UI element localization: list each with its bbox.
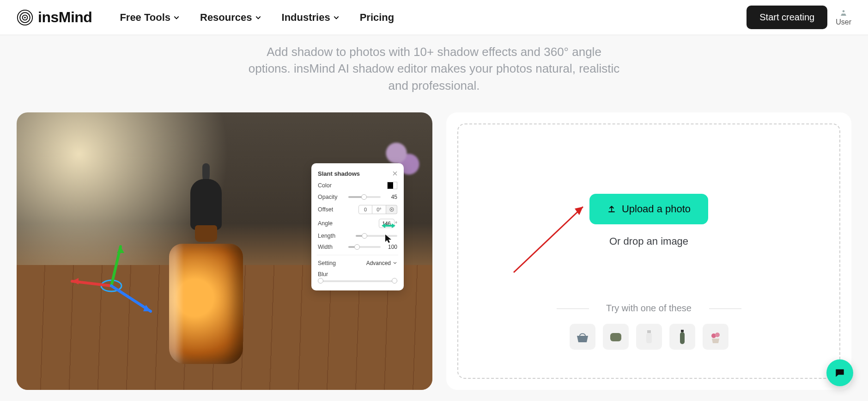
angle-unit: ° (395, 221, 397, 226)
svg-rect-18 (646, 333, 652, 343)
opacity-slider[interactable] (348, 196, 381, 198)
chevron-down-icon (393, 261, 397, 265)
upload-button-label: Upload a photo (622, 203, 691, 215)
nav-pricing-label: Pricing (360, 12, 395, 24)
nav-resources[interactable]: Resources (200, 12, 261, 24)
label-blur: Blur (318, 271, 328, 278)
nav-free-tools-label: Free Tools (120, 12, 170, 24)
chevron-down-icon (173, 14, 180, 21)
color-swatch[interactable] (387, 182, 397, 189)
offset-target-button[interactable] (386, 205, 397, 214)
panel-title: Slant shadows (318, 170, 360, 177)
primary-nav: Free Tools Resources Industries Pricing (120, 12, 394, 24)
chevron-down-icon (255, 14, 261, 21)
setting-mode-value: Advanced (366, 260, 391, 266)
chat-support-button[interactable] (826, 359, 853, 386)
svg-rect-17 (647, 330, 651, 333)
setting-mode-dropdown[interactable]: Advanced (366, 260, 397, 266)
annotation-arrow-icon (509, 198, 592, 277)
lunchbox-icon (607, 327, 625, 346)
sample-lotion[interactable] (636, 324, 662, 350)
offset-unit[interactable]: 0° (372, 205, 386, 214)
upload-icon (607, 204, 616, 214)
brand-name: insMind (38, 9, 92, 26)
blur-slider[interactable] (318, 280, 397, 282)
panel-close-button[interactable] (393, 170, 397, 177)
label-color: Color (318, 182, 332, 189)
angle-input[interactable] (379, 219, 395, 228)
cursor-icon (384, 234, 393, 244)
nav-resources-label: Resources (200, 12, 252, 24)
chat-icon (834, 367, 846, 379)
label-angle: Angle (318, 220, 333, 227)
svg-point-13 (391, 209, 392, 210)
svg-marker-7 (72, 278, 79, 284)
upload-photo-button[interactable]: Upload a photo (589, 194, 708, 224)
sample-plant[interactable] (703, 324, 728, 350)
shadow-settings-panel: Slant shadows Color Opacity 45 (311, 163, 404, 290)
label-setting: Setting (318, 260, 336, 266)
sample-handbag[interactable] (570, 324, 595, 350)
or-drop-text: Or drop an image (609, 235, 688, 247)
nav-free-tools[interactable]: Free Tools (120, 12, 180, 24)
chevron-down-icon (333, 14, 340, 21)
axes-gizmo-icon (63, 242, 160, 330)
svg-point-22 (715, 333, 720, 337)
target-icon (389, 207, 395, 212)
sample-lunchbox[interactable] (603, 324, 629, 350)
preview-image: Slant shadows Color Opacity 45 (17, 112, 432, 390)
svg-line-23 (514, 207, 583, 272)
upload-card: Upload a photo Or drop an image Try with… (446, 112, 851, 390)
hero-subtitle: Add shadow to photos with 10+ shadow eff… (245, 43, 624, 94)
svg-marker-24 (575, 207, 583, 215)
offset-input-group[interactable]: 0 0° (358, 205, 397, 214)
brand-logo[interactable]: insMind (17, 9, 92, 26)
label-width: Width (318, 244, 333, 250)
user-icon (839, 9, 848, 17)
svg-marker-9 (117, 247, 124, 253)
svg-rect-20 (680, 332, 685, 344)
width-slider[interactable] (348, 246, 381, 248)
opacity-value: 45 (384, 194, 397, 200)
product-bottle (160, 179, 252, 364)
user-label: User (836, 18, 851, 26)
sample-row (570, 324, 728, 350)
main-content: Slant shadows Color Opacity 45 (0, 94, 868, 399)
nav-pricing[interactable]: Pricing (360, 12, 395, 24)
svg-rect-16 (610, 333, 621, 341)
dropzone[interactable]: Upload a photo Or drop an image Try with… (457, 123, 840, 379)
handbag-icon (573, 327, 592, 346)
label-length: Length (318, 233, 335, 239)
close-icon (393, 171, 397, 176)
start-creating-button[interactable]: Start creating (747, 6, 827, 29)
water-bottle-icon (673, 327, 692, 346)
lotion-bottle-icon (640, 327, 658, 346)
svg-point-3 (24, 17, 26, 19)
try-samples-label: Try with one of these (458, 303, 839, 314)
svg-rect-19 (681, 330, 684, 332)
svg-line-10 (111, 286, 151, 311)
label-opacity: Opacity (318, 194, 337, 200)
user-menu[interactable]: User (836, 9, 851, 26)
sample-water-bottle[interactable] (669, 324, 695, 350)
nav-industries[interactable]: Industries (282, 12, 340, 24)
label-offset: Offset (318, 206, 333, 213)
brand-mark-icon (17, 9, 33, 26)
plant-pot-icon (706, 327, 725, 346)
site-header: insMind Free Tools Resources Industries … (0, 0, 868, 35)
offset-value[interactable]: 0 (358, 205, 372, 214)
width-value: 100 (384, 244, 397, 250)
nav-industries-label: Industries (282, 12, 330, 24)
svg-point-4 (843, 10, 845, 12)
